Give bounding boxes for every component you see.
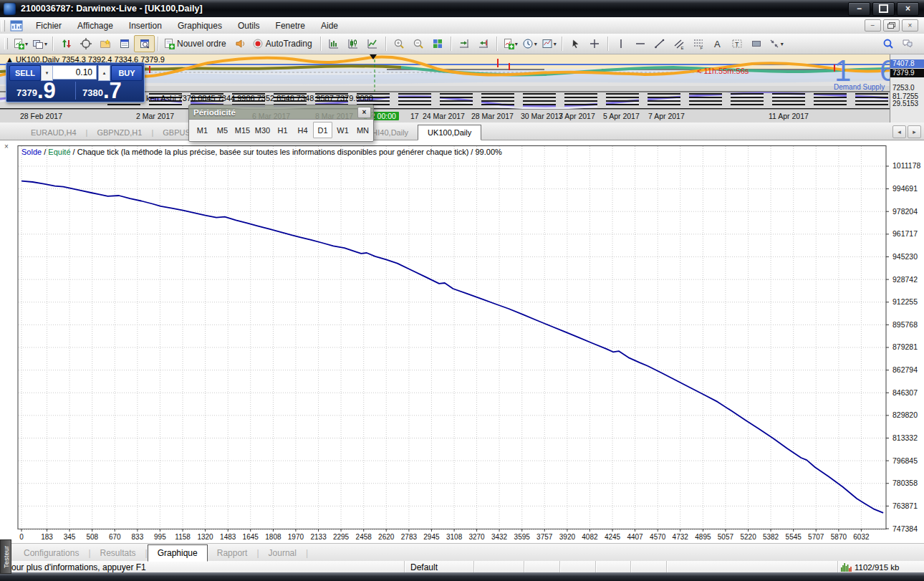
text-button[interactable]: A: [708, 36, 728, 52]
status-help: Pour plus d'informations, appuyer F1: [0, 561, 405, 573]
toolbar-gripper[interactable]: [1, 20, 5, 32]
tick-chart-icon: [61, 38, 72, 49]
price-scale[interactable]: 7407.87379.97253.081.725529.5153: [890, 54, 924, 123]
favorites-button[interactable]: [95, 36, 115, 52]
period-mn-button[interactable]: MN: [353, 122, 372, 138]
y-tick-label: 1011178: [892, 161, 920, 170]
zoom-out-button[interactable]: [409, 36, 428, 52]
period-h1-button[interactable]: H1: [273, 122, 292, 138]
period-m5-button[interactable]: M5: [213, 122, 232, 138]
trendline-button[interactable]: [650, 36, 670, 52]
period-m15-button[interactable]: M15: [233, 122, 252, 138]
equidistant-channel-button[interactable]: E: [670, 36, 689, 52]
period-d1-button[interactable]: D1: [313, 122, 332, 138]
chat-button[interactable]: [897, 36, 917, 52]
menu-outils[interactable]: Outils: [230, 19, 268, 33]
new-order-button[interactable]: Nouvel ordre: [162, 36, 231, 52]
status-cell: [596, 561, 631, 573]
tester-tab-rapport[interactable]: Rapport: [208, 545, 257, 561]
trendline-icon: [654, 38, 665, 49]
tabs-scroll-right-button[interactable]: ▸: [908, 125, 921, 138]
menu-aide[interactable]: Aide: [313, 19, 346, 33]
status-profile[interactable]: Default: [405, 561, 474, 573]
horizontal-line-button[interactable]: [631, 36, 650, 52]
tester-tab-journal[interactable]: Journal: [259, 545, 306, 561]
equity-curve-chart[interactable]: 1011178994691978204961717945230928742912…: [16, 145, 924, 544]
shapes-button[interactable]: [747, 36, 766, 52]
period-m30-button[interactable]: M30: [253, 122, 272, 138]
tester-close-button[interactable]: ×: [2, 142, 11, 150]
chart-tab-euraud-h4[interactable]: EURAUD,H4: [21, 125, 86, 140]
arrows-button[interactable]: ▾: [766, 36, 786, 52]
vertical-line-button[interactable]: [612, 36, 631, 52]
menu-fichier[interactable]: Fichier: [28, 19, 69, 33]
periodicite-title-bar[interactable]: Périodicité ×: [189, 105, 373, 120]
zoom-in-button[interactable]: [390, 36, 409, 52]
tester-tab-configurations[interactable]: Configurations: [14, 545, 88, 561]
fibonacci-button[interactable]: F: [689, 36, 708, 52]
traffic-counter: 1102/915 kb: [855, 563, 899, 572]
period-w1-button[interactable]: W1: [333, 122, 352, 138]
volume-input[interactable]: 0.10: [52, 65, 97, 80]
sound-icon: [235, 38, 246, 49]
search-button[interactable]: [878, 36, 897, 52]
x-tick-label: 6032: [853, 533, 870, 541]
sell-price[interactable]: 7379 .9: [16, 80, 56, 101]
y-tick-label: 994691: [892, 184, 918, 193]
menu-insertion[interactable]: Insertion: [121, 19, 170, 33]
new-chart-button[interactable]: ▾: [11, 36, 30, 52]
data-window-button[interactable]: [134, 35, 155, 52]
minimize-button[interactable]: −: [848, 2, 870, 16]
crosshair-icon: [589, 38, 600, 49]
menu-affichage[interactable]: Affichage: [69, 19, 121, 33]
x-tick-label: 3595: [514, 533, 531, 541]
status-cell: [474, 561, 524, 573]
templates-button[interactable]: ▾: [539, 36, 559, 52]
mdi-minimize-button[interactable]: −: [865, 19, 881, 32]
candle-chart-button[interactable]: [344, 36, 363, 52]
chart-tab-uk100-daily[interactable]: UK100,Daily: [418, 125, 481, 140]
sound-button[interactable]: [231, 36, 251, 52]
maximize-button[interactable]: [872, 2, 895, 16]
chart-shift-button[interactable]: [474, 36, 494, 52]
vertical-line-icon: [615, 38, 627, 49]
mdi-restore-button[interactable]: [883, 19, 900, 32]
time-scale[interactable]: 28 Feb 20172 Mar 20176 Mar 20178 Mar 201…: [0, 109, 890, 123]
period-m1-button[interactable]: M1: [193, 122, 212, 138]
tick-chart-button[interactable]: [57, 36, 76, 52]
close-button[interactable]: ×: [897, 2, 919, 16]
cursor-button[interactable]: [566, 36, 585, 52]
periods-button[interactable]: ▾: [520, 36, 539, 52]
profiles-button[interactable]: ▾: [30, 36, 49, 52]
tile-windows-button[interactable]: [428, 36, 448, 52]
bar-chart-button[interactable]: [324, 36, 344, 52]
text-label-button[interactable]: T: [728, 36, 747, 52]
tester-panel: × Solde / Equité / Chaque tick (la métho…: [0, 140, 924, 544]
buy-price[interactable]: 7380 .7: [82, 80, 122, 101]
tester-tab-resultats[interactable]: Resultats: [91, 545, 145, 561]
indicators-button[interactable]: ▾: [501, 36, 520, 52]
autotrading-button[interactable]: AutoTrading: [251, 36, 317, 52]
chart-tab-gbpnzd-h1[interactable]: GBPNZD,H1: [87, 125, 151, 140]
crosshair-button[interactable]: [585, 36, 605, 52]
crosshair-target-button[interactable]: [76, 36, 95, 52]
period-h4-button[interactable]: H4: [293, 122, 312, 138]
auto-scroll-button[interactable]: [455, 36, 474, 52]
mdi-close-button[interactable]: ×: [902, 19, 918, 32]
tab-separator: |: [306, 548, 308, 561]
tester-tab-graphique[interactable]: Graphique: [148, 544, 208, 562]
menu-fenetre[interactable]: Fenetre: [268, 19, 313, 33]
periodicite-close-button[interactable]: ×: [357, 107, 371, 118]
date-label: 28 Mar 2017: [471, 112, 514, 120]
chart-shift-icon: [478, 38, 489, 49]
sell-button[interactable]: SELL: [9, 65, 41, 81]
sell-price-frac: .9: [37, 80, 56, 101]
testeur-vertical-tab[interactable]: Testeur: [0, 539, 11, 574]
line-chart-button[interactable]: [363, 36, 382, 52]
shapes-icon: [751, 38, 762, 49]
tabs-scroll-left-button[interactable]: ◂: [892, 125, 906, 138]
market-watch-button[interactable]: [115, 36, 134, 52]
zoom-in-icon: [393, 38, 405, 49]
x-tick-label: 1970: [288, 533, 304, 541]
menu-graphiques[interactable]: Graphiques: [170, 19, 230, 33]
